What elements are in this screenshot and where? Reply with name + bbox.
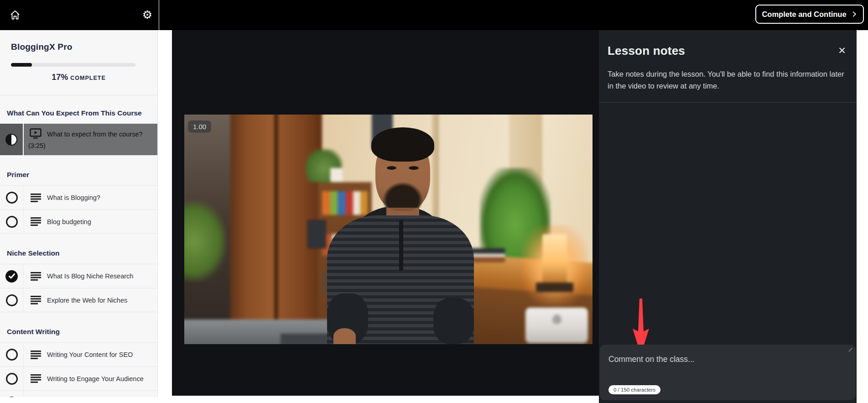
- lesson-label: What to expect from the course? (3:25): [28, 131, 143, 149]
- section-heading-niche-selection: Niche Selection: [7, 249, 151, 257]
- text-lesson-icon: [31, 194, 41, 202]
- complete-and-continue-button[interactable]: Complete and Continue: [755, 5, 864, 24]
- topbar-divider: [159, 0, 159, 30]
- text-lesson-icon: [31, 351, 41, 359]
- video-lesson-icon: [30, 128, 42, 141]
- lesson-item-what-to-expect[interactable]: What to expect from the course? (3:25): [0, 124, 157, 155]
- gear-icon: ⚙: [142, 8, 152, 21]
- lesson-item-writing-for-seo[interactable]: Writing Your Content for SEO: [0, 343, 157, 366]
- progress-bar-fill: [11, 63, 32, 67]
- incomplete-circle-icon: [6, 216, 18, 228]
- top-bar: ⚙ Complete and Continue: [0, 0, 868, 30]
- section-heading-primer: Primer: [7, 171, 151, 179]
- progress-bar: [11, 63, 135, 67]
- text-lesson-icon: [31, 296, 41, 304]
- lesson-item-blog-niche-research[interactable]: What Is Blog Niche Research: [0, 264, 157, 288]
- character-count-badge: 0 / 150 characters: [608, 385, 660, 394]
- lesson-group-content-writing: Writing Your Content for SEO Writing to …: [0, 342, 157, 397]
- home-button[interactable]: [6, 6, 24, 24]
- lesson-label: Explore the Web for Niches: [47, 297, 127, 304]
- lesson-label: Writing Your Content for SEO: [47, 351, 133, 358]
- text-lesson-icon: [31, 374, 41, 383]
- lesson-status-cell: [0, 186, 24, 209]
- lesson-status-cell: [0, 264, 24, 288]
- lesson-notes-panel: Lesson notes ✕ Take notes during the les…: [599, 30, 857, 403]
- text-lesson-icon: [31, 217, 41, 226]
- resize-handle-icon[interactable]: [848, 348, 852, 352]
- video-still-scene: [184, 115, 593, 344]
- text-lesson-icon: [31, 272, 41, 281]
- video-player[interactable]: 1.00: [172, 30, 599, 396]
- close-notes-button[interactable]: ✕: [836, 45, 848, 57]
- lesson-status-cell: [0, 343, 24, 366]
- lesson-item-what-is-blogging[interactable]: What is Blogging?: [0, 186, 157, 209]
- lesson-status-cell: [0, 124, 24, 155]
- playback-speed-badge[interactable]: 1.00: [188, 120, 211, 133]
- lesson-item-blog-budgeting[interactable]: Blog budgeting: [0, 209, 157, 233]
- lesson-status-cell: [0, 391, 24, 397]
- incomplete-circle-icon: [6, 294, 18, 306]
- lesson-item-explore-web-niches[interactable]: Explore the Web for Niches: [0, 288, 157, 312]
- progress-text: 17%COMPLETE: [11, 73, 146, 82]
- complete-check-icon: [5, 270, 18, 283]
- course-title: BloggingX Pro: [11, 42, 146, 52]
- curriculum-sidebar: BloggingX Pro 17%COMPLETE What Can You E…: [0, 30, 158, 397]
- home-icon: [10, 10, 21, 21]
- settings-button[interactable]: ⚙: [138, 5, 156, 24]
- incomplete-circle-icon: [6, 373, 18, 385]
- lesson-label: Writing to Engage Your Audience: [47, 375, 144, 382]
- lesson-label: What Is Blog Niche Research: [47, 272, 133, 280]
- lesson-status-cell: [0, 367, 24, 390]
- lesson-item-partially-visible[interactable]: [0, 390, 157, 397]
- complete-and-continue-label: Complete and Continue: [762, 10, 846, 19]
- lesson-status-cell: [0, 210, 24, 233]
- lesson-label: Blog budgeting: [47, 218, 91, 225]
- comment-input[interactable]: Comment on the class... 0 / 150 characte…: [600, 345, 856, 400]
- notes-divider: [599, 102, 857, 103]
- progress-complete-label: COMPLETE: [70, 75, 105, 81]
- lesson-label: What is Blogging?: [47, 194, 100, 201]
- complete-check-icon: [5, 397, 18, 397]
- lesson-group-primer: What is Blogging? Blog budgeting: [0, 185, 157, 234]
- course-player-app: ⚙ Complete and Continue BloggingX Pro 17…: [0, 0, 868, 403]
- section-heading-expect: What Can You Expect From This Course: [7, 109, 151, 117]
- lesson-status-cell: [0, 288, 24, 312]
- lesson-notes-title: Lesson notes: [608, 44, 857, 58]
- lesson-item-writing-to-engage[interactable]: Writing to Engage Your Audience: [0, 366, 157, 390]
- lesson-notes-intro: Take notes during the lesson. You'll be …: [608, 68, 848, 92]
- close-icon: ✕: [838, 45, 846, 56]
- course-header: BloggingX Pro 17%COMPLETE: [0, 30, 157, 95]
- chevron-right-icon: [851, 11, 858, 17]
- section-heading-content-writing: Content Writing: [7, 328, 151, 336]
- incomplete-circle-icon: [6, 192, 18, 204]
- comment-placeholder: Comment on the class...: [608, 355, 695, 364]
- incomplete-circle-icon: [6, 349, 18, 361]
- half-complete-circle-icon: [5, 134, 17, 146]
- progress-percent: 17%: [52, 73, 68, 82]
- lesson-group-niche: What Is Blog Niche Research Explore the …: [0, 264, 157, 312]
- lesson-row-body: What to expect from the course? (3:25): [24, 124, 157, 155]
- video-frame[interactable]: 1.00: [184, 115, 593, 344]
